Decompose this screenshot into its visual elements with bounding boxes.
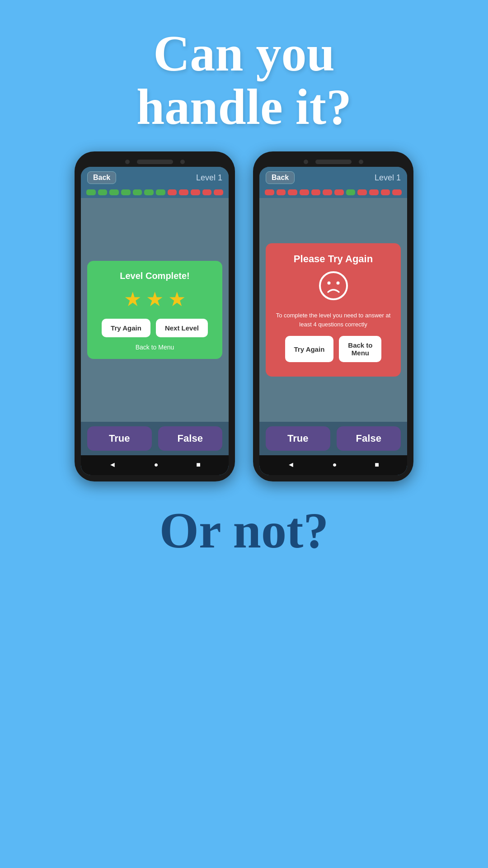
try-again-button-left[interactable]: Try Again <box>102 319 150 337</box>
progress-row-right <box>259 187 407 198</box>
false-button-left[interactable]: False <box>158 426 223 451</box>
camera-dot-right <box>304 160 308 164</box>
speaker-left <box>137 160 173 164</box>
prog-dot <box>392 189 402 195</box>
nav-home-icon-right[interactable]: ● <box>333 461 337 469</box>
svg-point-0 <box>320 272 347 299</box>
prog-dot <box>323 189 332 195</box>
bottom-buttons-right: True False <box>259 422 407 455</box>
bottom-text: Or not? <box>160 504 328 557</box>
phone-right-notch <box>259 160 407 164</box>
prog-dot <box>214 189 223 195</box>
back-button-right[interactable]: Back <box>266 171 295 184</box>
nav-bar-right: ◄ ● ■ <box>259 455 407 475</box>
stars-row: ★ ★ ★ <box>124 288 186 311</box>
fail-title: Please Try Again <box>294 253 373 265</box>
prog-dot <box>156 189 165 195</box>
star-2: ★ <box>146 288 164 311</box>
phones-row: Back Level 1 Level Comp <box>75 151 413 481</box>
true-button-left[interactable]: True <box>87 426 152 451</box>
fail-description: To complete the level you need to answer… <box>274 311 393 329</box>
phone-left-screen: Back Level 1 Level Comp <box>81 167 229 475</box>
next-level-button[interactable]: Next Level <box>156 319 208 337</box>
nav-back-icon-right[interactable]: ◄ <box>287 461 295 469</box>
app-header-left: Back Level 1 <box>81 167 229 187</box>
speaker-right <box>315 160 352 164</box>
phone-right: Back Level 1 Please Try <box>253 151 413 481</box>
prog-dot <box>357 189 367 195</box>
back-to-menu-link-left[interactable]: Back to Menu <box>136 344 174 351</box>
nav-recent-icon-left[interactable]: ■ <box>196 461 201 469</box>
star-1: ★ <box>124 288 141 311</box>
phone-left-notch <box>81 160 229 164</box>
headline: Can you handle it? <box>136 27 352 133</box>
camera-dot-left <box>125 160 130 164</box>
prog-dot <box>144 189 154 195</box>
success-card: Level Complete! ★ ★ ★ Try Again Next Lev… <box>87 261 222 359</box>
nav-recent-icon-right[interactable]: ■ <box>375 461 379 469</box>
prog-dot <box>381 189 390 195</box>
prog-dot <box>179 189 188 195</box>
nav-bar-left: ◄ ● ■ <box>81 455 229 475</box>
level-label-right: Level 1 <box>375 173 401 183</box>
true-button-right[interactable]: True <box>266 426 330 451</box>
prog-dot <box>133 189 142 195</box>
prog-dot <box>202 189 212 195</box>
svg-point-1 <box>327 282 330 285</box>
prog-dot <box>265 189 274 195</box>
prog-dot <box>86 189 96 195</box>
prog-dot <box>346 189 356 195</box>
success-title: Level Complete! <box>120 271 189 281</box>
false-button-right[interactable]: False <box>337 426 401 451</box>
prog-dot <box>369 189 379 195</box>
fail-card: Please Try Again To complete the level y… <box>266 243 401 377</box>
back-to-menu-button-right[interactable]: Back to Menu <box>339 336 381 362</box>
star-3: ★ <box>168 288 186 311</box>
try-again-button-right[interactable]: Try Again <box>285 336 334 362</box>
phone-right-screen: Back Level 1 Please Try <box>259 167 407 475</box>
prog-dot <box>277 189 286 195</box>
prog-dot <box>311 189 321 195</box>
prog-dot <box>334 189 344 195</box>
sad-face-icon <box>319 271 348 306</box>
fail-card-buttons: Try Again Back to Menu <box>285 336 382 362</box>
progress-row-left <box>81 187 229 198</box>
nav-home-icon-left[interactable]: ● <box>154 461 159 469</box>
phone-left: Back Level 1 Level Comp <box>75 151 235 481</box>
back-button-left[interactable]: Back <box>87 171 116 184</box>
prog-dot <box>191 189 200 195</box>
game-area-right: Please Try Again To complete the level y… <box>259 198 407 422</box>
camera-dot-left2 <box>180 160 185 164</box>
prog-dot <box>168 189 177 195</box>
game-area-left: Level Complete! ★ ★ ★ Try Again Next Lev… <box>81 198 229 422</box>
success-card-buttons: Try Again Next Level <box>102 319 208 337</box>
prog-dot <box>288 189 297 195</box>
level-label-left: Level 1 <box>196 173 222 183</box>
app-header-right: Back Level 1 <box>259 167 407 187</box>
prog-dot <box>109 189 119 195</box>
svg-point-2 <box>336 282 339 285</box>
bottom-buttons-left: True False <box>81 422 229 455</box>
camera-dot-right2 <box>359 160 363 164</box>
prog-dot <box>121 189 131 195</box>
nav-back-icon-left[interactable]: ◄ <box>109 461 116 469</box>
prog-dot <box>98 189 108 195</box>
prog-dot <box>300 189 309 195</box>
